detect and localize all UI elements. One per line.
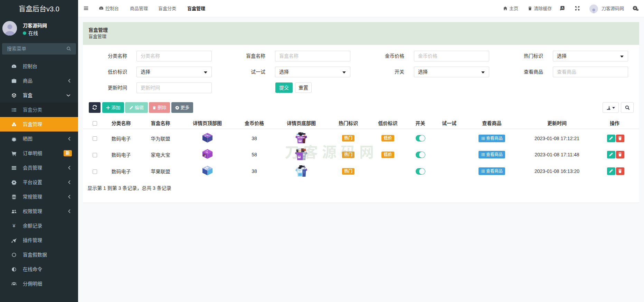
svg-text:A: A bbox=[561, 6, 564, 10]
